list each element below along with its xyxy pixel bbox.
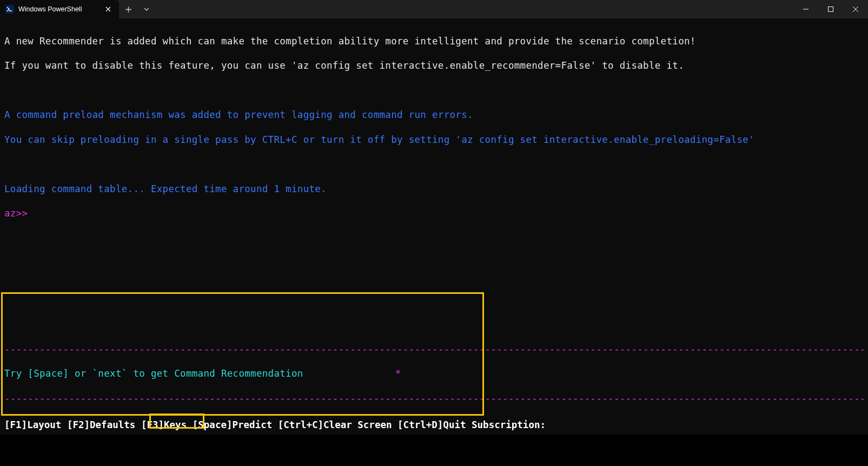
titlebar: Windows PowerShell <box>0 0 868 18</box>
text-line: If you want to disable this feature, you… <box>4 60 864 72</box>
new-tab-button[interactable] <box>119 0 137 18</box>
key-f2[interactable]: [F2]Defaults <box>67 419 135 430</box>
key-ctrl-c[interactable]: [Ctrl+C]Clear Screen <box>278 419 392 430</box>
maximize-button[interactable] <box>818 0 843 18</box>
text-line: You can skip preloading in a single pass… <box>4 134 864 146</box>
tab-powershell[interactable]: Windows PowerShell <box>0 0 119 18</box>
svg-rect-1 <box>829 7 833 12</box>
close-window-button[interactable] <box>843 0 868 18</box>
titlebar-drag-area[interactable] <box>156 0 793 18</box>
hint-text: Try [Space] or `next` to get Command Rec… <box>4 367 303 380</box>
hint-star-icon: * <box>395 367 401 380</box>
powershell-icon <box>5 5 14 14</box>
divider: ----------------------------------------… <box>4 392 864 405</box>
prompt[interactable]: az>> <box>4 207 864 220</box>
key-ctrl-d[interactable]: [Ctrl+D]Quit <box>397 419 466 430</box>
terminal-viewport[interactable]: A new Recommender is added which can mak… <box>0 18 868 466</box>
subscription-label: Subscription: <box>472 419 546 430</box>
key-f3[interactable]: [F3]Keys <box>141 419 187 430</box>
hint-row: Try [Space] or `next` to get Command Rec… <box>4 367 864 380</box>
key-space[interactable]: [Space]Predict <box>193 419 273 430</box>
text-line: Loading command table... Expected time a… <box>4 183 864 195</box>
divider: ----------------------------------------… <box>4 343 864 356</box>
minimize-button[interactable] <box>793 0 818 18</box>
bottom-strip <box>0 435 868 466</box>
text-line: A command preload mechanism was added to… <box>4 109 864 121</box>
footer-keybinds: [F1]Layout [F2]Defaults [F3]Keys [Space]… <box>4 419 864 431</box>
text-line: A new Recommender is added which can mak… <box>4 35 864 48</box>
key-f1[interactable]: [F1]Layout <box>4 419 61 430</box>
tab-close-button[interactable] <box>103 4 114 15</box>
tab-title: Windows PowerShell <box>18 5 98 14</box>
tab-dropdown-button[interactable] <box>137 0 156 18</box>
